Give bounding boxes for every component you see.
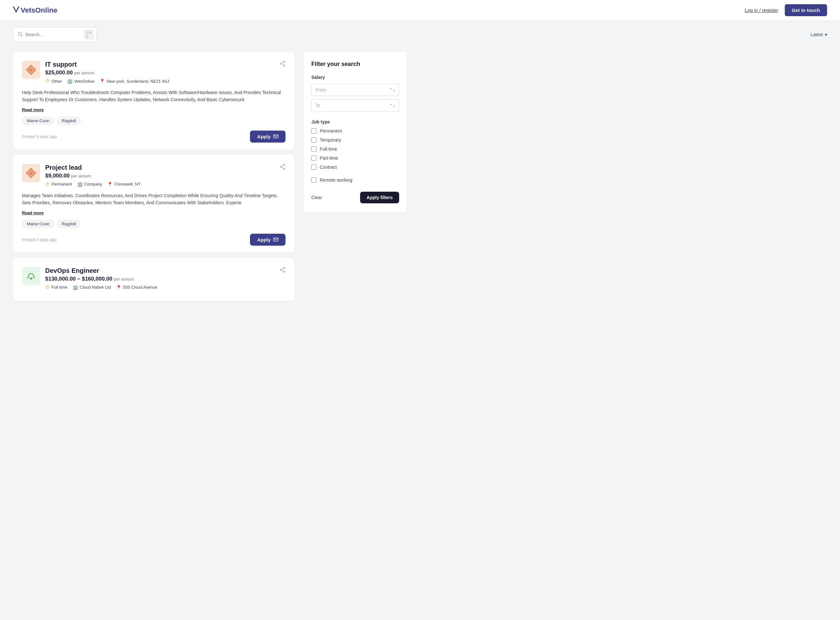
salary-inputs: From $10,000 $20,000 $30,000 $50,000 $75… xyxy=(311,84,399,111)
checkbox-temporary[interactable]: Temporary xyxy=(311,137,399,143)
company-logo: C xyxy=(22,164,40,182)
job-tag: Ragdoll xyxy=(57,220,81,228)
salary-section: Salary From $10,000 $20,000 $30,000 $50,… xyxy=(311,75,399,111)
search-shortcut: Ctrl K xyxy=(84,30,94,39)
header-actions: Log in / register Get in touch xyxy=(745,4,827,16)
job-card-header: C Project lead $9,000.00 per annum ⏱ Per… xyxy=(22,164,285,187)
svg-point-19 xyxy=(280,166,282,167)
company-logo: C xyxy=(22,61,40,79)
job-card: C IT support $25,000.00 per annum ⏱ Othe… xyxy=(13,52,294,150)
checkbox-fulltime-input[interactable] xyxy=(311,146,316,152)
svg-text:C: C xyxy=(30,172,32,175)
job-meta: ⏱ Full-time 🏢 Cloud Native Ltd 📍 555 Clo… xyxy=(45,285,157,290)
job-card-left: C Project lead $9,000.00 per annum ⏱ Per… xyxy=(22,164,141,187)
chevron-down-icon: ▾ xyxy=(825,32,827,37)
share-icon[interactable] xyxy=(280,164,285,171)
checkbox-permanent[interactable]: Permanent xyxy=(311,128,399,134)
location-icon: 📍 xyxy=(116,285,122,290)
filter-card: Filter your search Salary From $10,000 $… xyxy=(304,52,407,212)
job-info: IT support $25,000.00 per annum ⏱ Other … xyxy=(45,61,169,84)
job-salary: $25,000.00 per annum xyxy=(45,69,169,76)
job-tags: Maine Coon Ragdoll xyxy=(22,220,285,228)
login-link[interactable]: Log in / register xyxy=(745,8,778,13)
salary-label: Salary xyxy=(311,75,399,80)
checkbox-fulltime-label: Full-time xyxy=(320,146,337,152)
svg-point-18 xyxy=(284,164,285,166)
job-card: DevOps Engineer $130,000.00 – $160,000.0… xyxy=(13,258,294,301)
job-description: Manages Team Initiatives, Coordinates Re… xyxy=(22,192,285,206)
get-in-touch-button[interactable]: Get in touch xyxy=(785,4,827,16)
clock-icon: ⏱ xyxy=(45,285,50,290)
svg-point-20 xyxy=(284,168,285,169)
company-name: 🏢 Cloud Native Ltd xyxy=(73,285,111,290)
logo-v-icon xyxy=(13,6,20,15)
logo-text: VetsOnline xyxy=(21,6,57,15)
job-title: Project lead xyxy=(45,164,141,171)
checkbox-permanent-label: Permanent xyxy=(320,128,342,134)
apply-button[interactable]: Apply xyxy=(250,234,285,246)
company-name: 🏢 VetsOnline xyxy=(67,78,94,84)
salary-to-select[interactable]: To $20,000 $40,000 $60,000 $80,000 $100,… xyxy=(311,99,399,111)
checkbox-remote-input[interactable] xyxy=(311,178,316,183)
checkbox-temporary-input[interactable] xyxy=(311,137,316,143)
job-card-left: DevOps Engineer $130,000.00 – $160,000.0… xyxy=(22,267,157,290)
job-location: 📍 New york, Sunderland, NE21 6SJ xyxy=(99,78,169,84)
share-icon[interactable] xyxy=(280,267,285,274)
salary-from-select[interactable]: From $10,000 $20,000 $30,000 $50,000 $75… xyxy=(311,84,399,96)
checkbox-contract[interactable]: Contract xyxy=(311,164,399,170)
job-tags: Maine Coon Ragdoll xyxy=(22,117,285,125)
apply-button[interactable]: Apply xyxy=(250,131,285,143)
job-meta: ⏱ Permanent 🏢 Company 📍 Cresswell, NY xyxy=(45,182,141,187)
job-meta: ⏱ Other 🏢 VetsOnline 📍 New york, Sunderl… xyxy=(45,78,169,84)
apply-filters-button[interactable]: Apply filters xyxy=(360,192,399,203)
checkbox-remote[interactable]: Remote working xyxy=(311,178,399,183)
job-tag: Ragdoll xyxy=(57,117,81,125)
salary-period: per annum xyxy=(114,277,134,281)
sort-dropdown[interactable]: Latest ▾ xyxy=(811,32,827,37)
search-box: Ctrl K xyxy=(13,27,97,42)
job-type: ⏱ Other xyxy=(45,78,62,84)
search-input[interactable] xyxy=(25,32,82,37)
logo[interactable]: VetsOnline xyxy=(13,6,57,15)
job-card-header: DevOps Engineer $130,000.00 – $160,000.0… xyxy=(22,267,285,290)
clock-icon: ⏱ xyxy=(45,182,50,187)
checkbox-parttime[interactable]: Part-time xyxy=(311,155,399,161)
read-more-link[interactable]: Read more xyxy=(22,211,285,215)
svg-line-21 xyxy=(282,165,284,167)
job-title: IT support xyxy=(45,61,169,68)
svg-line-10 xyxy=(282,62,284,63)
salary-from-wrapper: From $10,000 $20,000 $30,000 $50,000 $75… xyxy=(311,84,399,96)
posted-date: Posted 3 days ago xyxy=(22,134,57,139)
building-icon: 🏢 xyxy=(73,285,78,290)
svg-point-8 xyxy=(280,63,282,64)
building-icon: 🏢 xyxy=(77,182,82,187)
checkbox-temporary-label: Temporary xyxy=(320,137,341,143)
checkbox-contract-input[interactable] xyxy=(311,164,316,170)
svg-point-27 xyxy=(280,269,282,271)
job-type-section: Job type Permanent Temporary Full-time P… xyxy=(311,119,399,170)
job-type: ⏱ Permanent xyxy=(45,182,72,187)
share-icon[interactable] xyxy=(280,61,285,68)
posted-date: Posted 3 days ago xyxy=(22,237,57,242)
checkbox-parttime-input[interactable] xyxy=(311,155,316,161)
job-title: DevOps Engineer xyxy=(45,267,157,274)
job-tag: Maine Coon xyxy=(22,220,54,228)
checkbox-fulltime[interactable]: Full-time xyxy=(311,146,399,152)
read-more-link[interactable]: Read more xyxy=(22,107,285,112)
header: VetsOnline Log in / register Get in touc… xyxy=(0,0,840,21)
remote-section: Remote working xyxy=(311,178,399,183)
checkbox-permanent-input[interactable] xyxy=(311,128,316,134)
svg-point-9 xyxy=(284,65,285,66)
svg-line-29 xyxy=(282,268,284,269)
svg-line-30 xyxy=(282,270,284,272)
search-area: Ctrl K Latest ▾ xyxy=(0,21,840,45)
job-type-label: Job type xyxy=(311,119,399,125)
company-name: 🏢 Company xyxy=(77,182,102,187)
location-icon: 📍 xyxy=(107,182,113,187)
job-salary: $9,000.00 per annum xyxy=(45,173,141,179)
job-location: 📍 555 Cloud Avenue xyxy=(116,285,157,290)
clear-button[interactable]: Clear xyxy=(311,195,322,200)
main-layout: C IT support $25,000.00 per annum ⏱ Othe… xyxy=(0,45,420,314)
svg-point-26 xyxy=(284,267,285,269)
salary-period: per annum xyxy=(74,71,94,75)
